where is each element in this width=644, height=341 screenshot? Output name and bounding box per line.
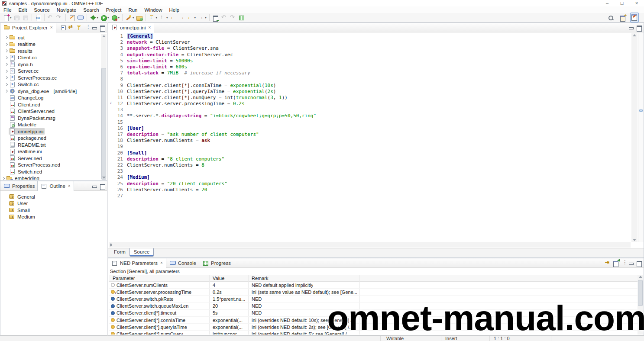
tree-item-out[interactable]: out (0, 34, 101, 41)
chevron-right-icon[interactable] (4, 88, 9, 94)
tab-ned-parameters[interactable]: NED Parameters× (108, 258, 166, 268)
tab-properties[interactable]: Properties (0, 181, 38, 191)
filter-icon[interactable] (76, 24, 83, 31)
column-header-value[interactable]: Value (213, 276, 224, 281)
new-wizard-icon[interactable]: ▾ (2, 14, 13, 22)
close-icon[interactable]: × (50, 26, 53, 30)
editor-line-10[interactable]: 10ClientServer.client[*].queryIaTime = e… (108, 89, 631, 95)
parameter-row[interactable]: ClientServer.numClients4NED default appl… (109, 282, 638, 289)
editor-horizontal-scrollbar[interactable] (109, 242, 631, 248)
editor-line-25[interactable]: 25description = "20 client computers" (108, 181, 631, 187)
last-edit-location-icon[interactable] (211, 14, 220, 22)
tree-item-realtime[interactable]: realtime (0, 41, 101, 48)
close-icon[interactable]: × (68, 184, 71, 188)
tab-progress[interactable]: Progress (199, 258, 234, 268)
outline-item-general[interactable]: General (0, 193, 106, 200)
back-history-icon[interactable]: ▾ (186, 14, 197, 22)
tree-item-switch-cc[interactable]: cSwitch.cc (0, 81, 101, 88)
page-tab-form[interactable]: Form (110, 248, 129, 257)
min-icon[interactable] (628, 260, 635, 267)
project-tree-scrollbar[interactable] (101, 34, 107, 180)
editor-line-12[interactable]: i12ClientServer.server.processingTime = … (108, 101, 631, 107)
menu-edit[interactable]: Edit (15, 7, 31, 13)
tree-item-changelog[interactable]: 010ChangeLog (0, 95, 101, 102)
editor-line-4[interactable]: 4output-vector-file = ClientServer.vec (108, 52, 631, 58)
editor-line-13[interactable]: 13 (108, 107, 631, 113)
window-maximize-button[interactable]: □ (615, 0, 629, 6)
forward-history-icon[interactable]: ▾ (197, 14, 207, 22)
external-tools-icon[interactable] (135, 14, 144, 22)
back-nav-icon[interactable] (169, 14, 178, 22)
outline-item-small[interactable]: Small (0, 207, 106, 214)
editor-line-19[interactable]: 19 (108, 144, 631, 150)
forward-nav-icon[interactable] (178, 14, 186, 22)
tree-item-omnetpp-ini[interactable]: omnetpp.ini (0, 128, 101, 135)
editor-line-26[interactable]: 26ClientServer.numClients = 20 (108, 187, 631, 193)
editor-line-23[interactable]: 23 (108, 168, 631, 174)
editor-line-1[interactable]: 1[General] (108, 33, 631, 39)
tree-item-clientserver-ned[interactable]: ClientServer.ned (0, 108, 101, 115)
max-icon[interactable] (636, 260, 643, 267)
tree-item-realtime-ini[interactable]: realtime.ini (0, 148, 101, 155)
tree-item-server-ned[interactable]: Server.ned (0, 155, 101, 162)
tab-console[interactable]: Console (166, 258, 199, 268)
editor-line-2[interactable]: 2network = ClientServer (108, 39, 631, 45)
menu-navigate[interactable]: Navigate (53, 7, 80, 13)
tree-item-server-cc[interactable]: cServer.cc (0, 68, 101, 75)
tree-item-makefile[interactable]: Makefile (0, 122, 101, 129)
menu-search[interactable]: Search (80, 7, 102, 13)
build-icon[interactable] (34, 14, 42, 22)
chevron-right-icon[interactable] (4, 74, 9, 81)
menu-file[interactable]: File (0, 7, 15, 13)
editor-line-27[interactable]: 27 (108, 193, 631, 199)
chevron-right-icon[interactable] (4, 41, 9, 48)
tree-item-client-cc[interactable]: cClient.cc (0, 55, 101, 61)
save-icon[interactable] (13, 14, 21, 22)
collapse-all-icon[interactable] (60, 24, 67, 31)
maximize-editor-icon[interactable] (636, 24, 643, 31)
ned-editor-icon[interactable] (68, 14, 76, 22)
editor-line-18[interactable]: 18ClientServer.numClients = ask (108, 138, 631, 144)
chevron-right-icon[interactable] (4, 81, 9, 88)
tree-item-dyna-h[interactable]: hdyna.h (0, 61, 101, 68)
back-arrow-icon[interactable] (220, 14, 229, 22)
tree-item-embedding[interactable]: embedding (0, 175, 101, 180)
editor-line-22[interactable]: 22ClientServer.numClients = 8 (108, 162, 631, 168)
editor-line-14[interactable]: 14**.server.*.display-string = "i=block/… (108, 113, 631, 119)
editor-line-24[interactable]: 24[Medium] (108, 174, 631, 180)
previous-annotation-icon[interactable]: ▾ (158, 14, 169, 22)
max-icon[interactable] (99, 24, 106, 31)
column-header-parameter[interactable]: Parameter (113, 276, 135, 281)
tab-outline[interactable]: Outline× (37, 181, 74, 191)
maximize-view-icon[interactable] (99, 183, 106, 190)
menu-run[interactable]: Run (125, 7, 141, 13)
debug-icon[interactable]: ▾ (89, 14, 100, 22)
editor-line-7[interactable]: 7total-stack = 7MiB # increase if necess… (108, 70, 631, 76)
tree-item-dynapacket-msg[interactable]: mDynaPacket.msg (0, 115, 101, 122)
console-display-icon[interactable] (76, 14, 85, 22)
editor-line-8[interactable]: 8 (108, 76, 631, 82)
redo-icon[interactable] (55, 14, 64, 22)
editor-line-3[interactable]: 3snapshot-file = ClientServer.sna (108, 45, 631, 51)
view-menu-icon[interactable] (620, 260, 627, 267)
menu-source[interactable]: Source (30, 7, 53, 13)
editor-line-9[interactable]: 9ClientServer.client[*].connIaTime = exp… (108, 83, 631, 89)
minimize-editor-icon[interactable] (628, 24, 635, 31)
undo-icon[interactable] (46, 14, 55, 22)
editor-overview-ruler[interactable] (638, 33, 644, 242)
tab-omnetpp-ini[interactable]: omnetpp.ini × (108, 23, 154, 32)
close-icon[interactable]: × (148, 26, 151, 30)
chevron-right-icon[interactable] (4, 61, 9, 68)
minimize-view-icon[interactable] (91, 183, 98, 190)
run-icon[interactable]: ▾ (99, 14, 110, 22)
search-icon[interactable] (606, 14, 615, 22)
editor-vertical-scrollbar[interactable] (631, 33, 638, 242)
chevron-right-icon[interactable] (4, 34, 9, 41)
parameter-row[interactable]: ClientServer.server.processingTime0.2sin… (109, 289, 638, 296)
menu-help[interactable]: Help (165, 7, 183, 13)
simulation-perspective-icon[interactable] (628, 12, 640, 23)
window-close-button[interactable]: × (629, 0, 644, 6)
tree-item-serverprocess-ned[interactable]: ServerProcess.ned (0, 162, 101, 169)
menu-window[interactable]: Window (141, 7, 166, 13)
view-menu-icon[interactable] (84, 24, 91, 31)
